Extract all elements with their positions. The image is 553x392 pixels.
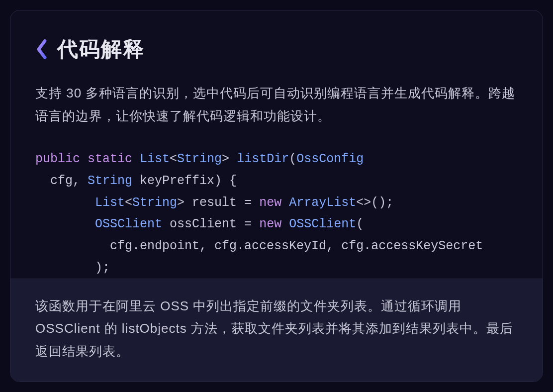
code-punct: ( xyxy=(356,217,364,231)
code-type: String xyxy=(132,196,177,210)
code-punct: ( xyxy=(289,152,296,166)
card-header: 代码解释 xyxy=(35,35,518,63)
code-punct: > xyxy=(222,152,229,166)
code-punct: <>(); xyxy=(356,196,393,210)
code-keyword: static xyxy=(88,152,132,166)
code-type: List xyxy=(95,196,125,210)
code-punct: < xyxy=(170,152,177,166)
code-keyword: new xyxy=(259,196,281,210)
code-type: String xyxy=(177,152,222,166)
code-var: cfg xyxy=(50,174,73,188)
code-keyword: new xyxy=(259,217,281,231)
code-type: OSSClient xyxy=(289,217,356,231)
code-punct: < xyxy=(125,196,132,210)
code-type: String xyxy=(88,174,132,188)
code-type: List xyxy=(140,152,170,166)
code-punct: ); xyxy=(95,261,110,275)
code-keyword: public xyxy=(35,152,80,166)
code-punct: ) { xyxy=(214,174,237,188)
code-type: OssConfig xyxy=(296,152,364,166)
explanation-text: 该函数用于在阿里云 OSS 中列出指定前缀的文件夹列表。通过循环调用 OSSCl… xyxy=(35,295,518,363)
code-punct: , xyxy=(326,239,341,253)
code-punct: , xyxy=(199,239,214,253)
card-title: 代码解释 xyxy=(57,35,145,63)
code-method: listDir xyxy=(237,152,289,166)
code-var: keyPreffix xyxy=(140,174,214,188)
chevron-left-icon xyxy=(35,39,48,60)
code-var: cfg.endpoint xyxy=(110,239,199,253)
code-var: result xyxy=(192,196,237,210)
code-var: cfg.accessKeyId xyxy=(214,239,326,253)
code-punct: = xyxy=(244,217,259,231)
card-description: 支持 30 多种语言的识别，选中代码后可自动识别编程语言并生成代码解释。跨越语言… xyxy=(35,82,518,127)
explanation-footer: 该函数用于在阿里云 OSS 中列出指定前缀的文件夹列表。通过循环调用 OSSCl… xyxy=(10,279,543,382)
code-explanation-card: 代码解释 支持 30 多种语言的识别，选中代码后可自动识别编程语言并生成代码解释… xyxy=(10,10,543,382)
code-type: OSSClient xyxy=(95,217,162,231)
code-punct: > xyxy=(177,196,184,210)
code-type: ArrayList xyxy=(289,196,356,210)
code-block: public static List<String> listDir(OssCo… xyxy=(35,148,518,279)
code-var: ossClient xyxy=(170,217,237,231)
code-var: cfg.accessKeySecret xyxy=(341,239,483,253)
code-punct: = xyxy=(244,196,259,210)
card-content: 代码解释 支持 30 多种语言的识别，选中代码后可自动识别编程语言并生成代码解释… xyxy=(10,10,543,279)
code-punct: , xyxy=(73,174,88,188)
